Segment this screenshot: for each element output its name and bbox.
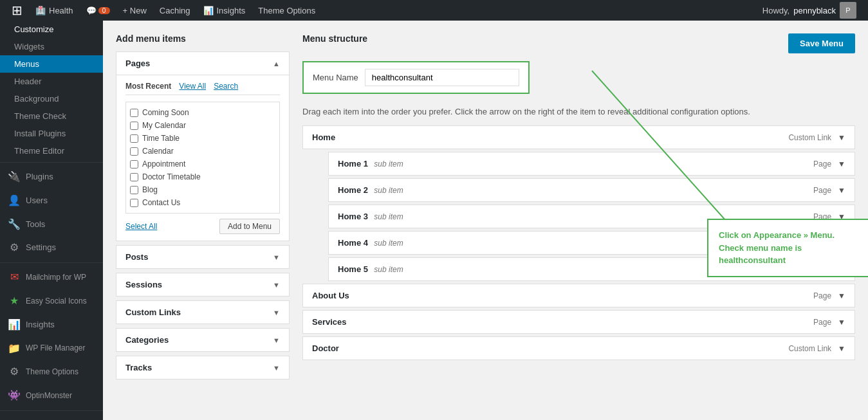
sidebar-item-insights[interactable]: 📊 Insights bbox=[0, 313, 103, 337]
avatar: P bbox=[840, 2, 856, 19]
adminbar-wp-logo[interactable]: ⊞ bbox=[5, 0, 29, 21]
tracks-accordion-header[interactable]: Tracks ▼ bbox=[116, 356, 289, 379]
checkbox-blog[interactable] bbox=[130, 186, 138, 194]
menu-item-about-type: Page bbox=[813, 291, 831, 300]
page-item-coming-soon: Coming Soon bbox=[130, 106, 275, 119]
sidebar-item-theme-editor[interactable]: Theme Editor bbox=[0, 142, 103, 160]
menu-name-box: Menu Name bbox=[302, 61, 530, 94]
sidebar: Customize Widgets Menus Header Backgroun… bbox=[0, 21, 103, 420]
pages-tab-bar: Most Recent View All Search bbox=[125, 82, 280, 95]
posts-chevron: ▼ bbox=[273, 253, 280, 261]
site-icon: 🏥 bbox=[35, 6, 46, 15]
menu-item-home1: Home 1 sub item Page ▼ bbox=[328, 152, 855, 176]
menu-name-label: Menu Name bbox=[313, 73, 358, 82]
sidebar-item-header[interactable]: Header bbox=[0, 73, 103, 90]
tab-view-all[interactable]: View All bbox=[179, 82, 206, 91]
adminbar-user[interactable]: Howdy, pennyblack P bbox=[756, 2, 863, 19]
sidebar-item-theme-check[interactable]: Theme Check bbox=[0, 107, 103, 125]
sidebar-item-background[interactable]: Background bbox=[0, 90, 103, 107]
menu-item-home2-sublabel: sub item bbox=[372, 186, 403, 195]
menu-item-about-name: About Us bbox=[312, 291, 349, 300]
menu-item-home3-name: Home 3 bbox=[338, 212, 368, 221]
menu-item-home2-name: Home 2 bbox=[338, 185, 368, 195]
checkbox-doctor-timetable[interactable] bbox=[130, 173, 138, 181]
add-menu-title: Add menu items bbox=[116, 33, 290, 44]
menu-name-input[interactable] bbox=[365, 69, 519, 86]
checkbox-contact-us[interactable] bbox=[130, 199, 138, 207]
custom-links-accordion-header[interactable]: Custom Links ▼ bbox=[116, 301, 289, 324]
sidebar-item-customize[interactable]: Customize bbox=[0, 21, 103, 38]
menu-item-home1-type: Page bbox=[813, 160, 831, 169]
sidebar-item-easy-social[interactable]: ★ Easy Social Icons bbox=[0, 289, 103, 313]
tools-icon: 🔧 bbox=[8, 218, 21, 232]
users-icon: 👤 bbox=[8, 194, 21, 208]
menu-structure-panel: Menu structure Save Menu Menu Name Drag … bbox=[302, 33, 855, 360]
save-menu-button[interactable]: Save Menu bbox=[788, 33, 855, 53]
sidebar-item-tools[interactable]: 🔧 Tools bbox=[0, 213, 103, 237]
sidebar-item-optin-monster[interactable]: 👾 OptinMonster bbox=[0, 384, 103, 408]
checkbox-coming-soon[interactable] bbox=[130, 109, 138, 117]
page-item-blog: Blog bbox=[130, 183, 275, 196]
menu-item-home1-sublabel: sub item bbox=[372, 160, 403, 169]
sessions-accordion-header[interactable]: Sessions ▼ bbox=[116, 273, 289, 296]
comment-icon: 💬 bbox=[86, 6, 97, 15]
pages-chevron-up: ▲ bbox=[273, 60, 280, 68]
menu-item-doctor-name: Doctor bbox=[312, 343, 339, 353]
adminbar-site-name[interactable]: 🏥 Health bbox=[29, 0, 80, 21]
menu-item-home2-chevron[interactable]: ▼ bbox=[838, 186, 845, 195]
drag-instruction: Drag each item into the order you prefer… bbox=[302, 102, 855, 116]
sessions-chevron: ▼ bbox=[273, 281, 280, 289]
adminbar-new[interactable]: + New bbox=[116, 0, 153, 21]
checkbox-appointment[interactable] bbox=[130, 160, 138, 169]
menu-item-services-chevron[interactable]: ▼ bbox=[838, 318, 845, 327]
main-content: Add menu items Pages ▲ Most Recent View … bbox=[103, 21, 868, 420]
pages-accordion-header[interactable]: Pages ▲ bbox=[116, 52, 289, 75]
sidebar-item-users[interactable]: 👤 Users bbox=[0, 189, 103, 213]
checkbox-my-calendar[interactable] bbox=[130, 122, 138, 130]
sidebar-item-wp-file-manager[interactable]: 📁 WP File Manager bbox=[0, 337, 103, 361]
sidebar-item-install-plugins[interactable]: Install Plugins bbox=[0, 125, 103, 142]
categories-accordion-header[interactable]: Categories ▼ bbox=[116, 329, 289, 351]
tab-search[interactable]: Search bbox=[214, 82, 238, 91]
menu-item-home4-sublabel: sub item bbox=[372, 239, 403, 248]
adminbar-caching[interactable]: Caching bbox=[153, 0, 197, 21]
sidebar-item-widgets[interactable]: Widgets bbox=[0, 38, 103, 55]
theme-options-icon: ⚙ bbox=[8, 365, 21, 379]
insights-icon: 📊 bbox=[8, 318, 21, 332]
add-to-menu-button[interactable]: Add to Menu bbox=[219, 219, 280, 234]
add-menu-panel: Add menu items Pages ▲ Most Recent View … bbox=[116, 33, 290, 383]
pages-actions: Select All Add to Menu bbox=[125, 219, 280, 234]
sidebar-item-collapse[interactable]: ◀ Collapse menu bbox=[0, 414, 103, 420]
sidebar-item-mailchimp[interactable]: ✉ Mailchimp for WP bbox=[0, 266, 103, 289]
menu-item-home5-sublabel: sub item bbox=[372, 265, 403, 274]
sidebar-item-plugins[interactable]: 🔌 Plugins bbox=[0, 165, 103, 189]
menu-item-home3-sublabel: sub item bbox=[372, 212, 403, 221]
adminbar-theme-options[interactable]: Theme Options bbox=[252, 0, 322, 21]
checkbox-calendar[interactable] bbox=[130, 147, 138, 156]
sidebar-item-settings[interactable]: ⚙ Settings bbox=[0, 236, 103, 260]
sidebar-item-theme-options[interactable]: ⚙ Theme Options bbox=[0, 360, 103, 384]
menu-item-home-name: Home bbox=[312, 132, 335, 142]
checkbox-time-table[interactable] bbox=[130, 134, 138, 143]
page-item-appointment: Appointment bbox=[130, 158, 275, 170]
tooltip-box: Click on Appearance » Menu. Check menu n… bbox=[707, 219, 868, 277]
tab-most-recent[interactable]: Most Recent bbox=[125, 82, 171, 91]
menu-item-about-chevron[interactable]: ▼ bbox=[838, 291, 845, 300]
pages-scroll-area[interactable]: Coming Soon My Calendar Time Table bbox=[125, 102, 280, 214]
menu-item-home5-name: Home 5 bbox=[338, 264, 368, 274]
adminbar-comments[interactable]: 💬 0 bbox=[80, 0, 116, 21]
menu-item-doctor-chevron[interactable]: ▼ bbox=[838, 344, 845, 353]
posts-accordion-header[interactable]: Posts ▼ bbox=[116, 246, 289, 268]
sidebar-item-menus[interactable]: Menus bbox=[0, 55, 103, 73]
select-all-link[interactable]: Select All bbox=[125, 222, 157, 231]
pages-accordion-body: Most Recent View All Search Coming Soon bbox=[116, 75, 289, 241]
page-item-contact-us: Contact Us bbox=[130, 196, 275, 209]
menu-item-home-chevron[interactable]: ▼ bbox=[838, 133, 845, 142]
social-icon: ★ bbox=[8, 295, 21, 308]
menu-item-home2: Home 2 sub item Page ▼ bbox=[328, 178, 855, 202]
adminbar-insights[interactable]: 📊 Insights bbox=[197, 0, 252, 21]
sessions-accordion: Sessions ▼ bbox=[116, 273, 290, 297]
page-item-doctor-timetable: Doctor Timetable bbox=[130, 170, 275, 183]
menu-item-home1-chevron[interactable]: ▼ bbox=[838, 160, 845, 169]
mailchimp-icon: ✉ bbox=[8, 271, 21, 284]
